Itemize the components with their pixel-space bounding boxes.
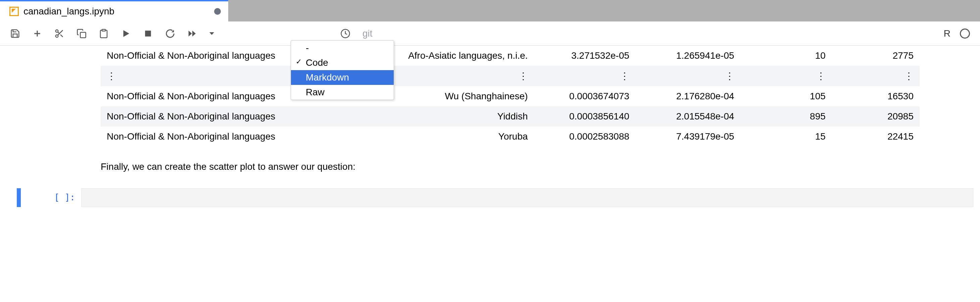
cell-language: Yiddish — [344, 106, 534, 127]
cell-col3: 0.0002583088 — [534, 127, 635, 147]
chevron-down-icon — [209, 32, 214, 35]
table-row: Non-Official & Non-Aboriginal languages … — [101, 86, 920, 106]
app-container: canadian_langs.ipynb — [0, 0, 980, 302]
clock-icon[interactable] — [340, 29, 350, 38]
cell-col6: 22415 — [832, 127, 920, 147]
cut-icon[interactable] — [54, 29, 64, 38]
save-icon[interactable] — [10, 29, 20, 38]
toolbar: git R - Code Markdown Raw — [0, 21, 980, 46]
cell-category: Non-Official & Non-Aboriginal languages — [101, 106, 344, 127]
table-row: Non-Official & Non-Aboriginal languages … — [101, 106, 920, 127]
stop-icon[interactable] — [143, 29, 153, 38]
svg-point-2 — [56, 30, 59, 32]
notebook-icon — [10, 7, 19, 16]
copy-icon[interactable] — [76, 29, 87, 38]
svg-marker-9 — [124, 30, 130, 37]
cell-col4: ⋮ — [635, 66, 740, 86]
cell-col3: ⋮ — [534, 66, 635, 86]
svg-rect-7 — [80, 32, 86, 38]
cell-category: Non-Official & Non-Aboriginal languages — [101, 127, 344, 147]
add-cell-icon[interactable] — [32, 29, 42, 38]
run-all-icon[interactable] — [187, 29, 197, 38]
code-cell: [ ]: — [0, 188, 980, 207]
svg-rect-8 — [102, 29, 105, 31]
cell-col4: 2.015548e-04 — [635, 106, 740, 127]
cell-col3: 0.0003674073 — [534, 86, 635, 106]
cell-col4: 2.176280e-04 — [635, 86, 740, 106]
cell-prompt: [ ]: — [48, 188, 81, 207]
tab-bar: canadian_langs.ipynb — [0, 0, 980, 21]
cell-col3: 3.271532e-05 — [534, 46, 635, 66]
cell-col5: 15 — [740, 127, 832, 147]
table-row-ellipsis: ⋮ ⋮ ⋮ ⋮ ⋮ ⋮ — [101, 66, 920, 86]
toolbar-right: R — [944, 28, 970, 39]
kernel-name[interactable]: R — [944, 28, 950, 39]
cell-col5: 895 — [740, 106, 832, 127]
cell-col5: 10 — [740, 46, 832, 66]
cell-col5: 105 — [740, 86, 832, 106]
svg-rect-10 — [145, 30, 151, 37]
cell-col6: 16530 — [832, 86, 920, 106]
cell-col6: 20985 — [832, 106, 920, 127]
run-icon[interactable] — [121, 29, 131, 38]
cell-col5: ⋮ — [740, 66, 832, 86]
unsaved-indicator-icon — [214, 8, 221, 15]
svg-point-3 — [56, 35, 59, 37]
markdown-text: Finally, we can create the scatter plot … — [101, 161, 355, 172]
git-label[interactable]: git — [363, 28, 372, 39]
svg-marker-11 — [189, 30, 192, 37]
restart-icon[interactable] — [165, 29, 175, 38]
cell-type-menu: - Code Markdown Raw — [291, 40, 394, 100]
cell-type-dash[interactable]: - — [291, 41, 394, 56]
kernel-status-icon[interactable] — [960, 29, 970, 38]
notebook-tab[interactable]: canadian_langs.ipynb — [0, 0, 228, 21]
data-table: Non-Official & Non-Aboriginal languages … — [101, 46, 920, 147]
table-row: Non-Official & Non-Aboriginal languages … — [101, 127, 920, 147]
cell-col4: 1.265941e-05 — [635, 46, 740, 66]
cell-type-dropdown[interactable] — [209, 32, 214, 35]
cell-col6: ⋮ — [832, 66, 920, 86]
cell-col4: 7.439179e-05 — [635, 127, 740, 147]
cell-type-markdown[interactable]: Markdown — [291, 70, 394, 85]
paste-icon[interactable] — [99, 29, 109, 38]
code-input[interactable] — [81, 188, 973, 207]
markdown-cell[interactable]: Finally, we can create the scatter plot … — [0, 147, 980, 181]
svg-line-6 — [58, 32, 59, 33]
cell-col6: 2775 — [832, 46, 920, 66]
notebook-content: Non-Official & Non-Aboriginal languages … — [0, 46, 980, 302]
cell-language: Yoruba — [344, 127, 534, 147]
output-area: Non-Official & Non-Aboriginal languages … — [0, 46, 980, 147]
cell-type-raw[interactable]: Raw — [291, 85, 394, 100]
tab-title: canadian_langs.ipynb — [24, 6, 115, 17]
svg-line-5 — [60, 35, 63, 37]
cell-type-code[interactable]: Code — [291, 56, 394, 70]
table-row: Non-Official & Non-Aboriginal languages … — [101, 46, 920, 66]
cell-col3: 0.0003856140 — [534, 106, 635, 127]
cell-active-indicator — [17, 188, 21, 207]
svg-marker-12 — [192, 30, 196, 37]
